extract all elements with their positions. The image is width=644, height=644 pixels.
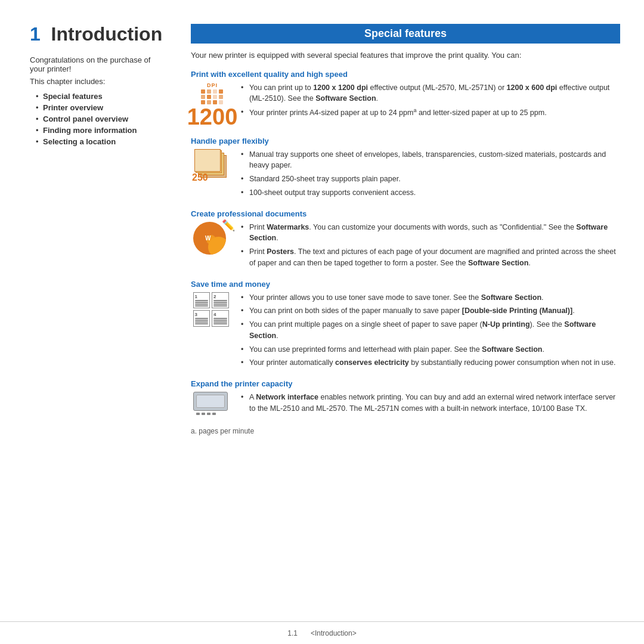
feature-professional-docs-title: Create professional documents (191, 209, 620, 218)
dpi-dot (201, 95, 205, 99)
footer-text: 1.1 <Introduction> (287, 629, 356, 637)
congratulations-text: Congratulations on the purchase of your … (30, 55, 167, 73)
feature-print-quality-title: Print with excellent quality and high sp… (191, 70, 620, 79)
section-title: Special features (364, 27, 447, 39)
mini-line (213, 304, 227, 305)
bullet-item-2-text: Printer overview (43, 103, 103, 112)
chapter-title: 1 Introduction (30, 24, 167, 45)
dpi-dots (201, 89, 224, 104)
port-1 (196, 413, 200, 415)
save-time-bullet-4: You can use preprinted forms and letterh… (241, 344, 620, 355)
mini-page-1: 1 (193, 292, 210, 309)
mini-page-3: 3 (193, 310, 210, 327)
dpi-dot (219, 95, 223, 99)
dpi-dot (219, 89, 223, 94)
mini-line (213, 323, 227, 324)
feature-professional-docs-text: Print Watermarks. You can customize your… (241, 222, 620, 271)
handle-paper-bullet-2: Standard 250-sheet tray supports plain p… (241, 174, 620, 185)
wm-pencil: ✏️ (222, 219, 235, 232)
feature-save-time-title: Save time and money (191, 280, 620, 289)
port-2 (202, 413, 205, 415)
feature-print-quality: Print with excellent quality and high sp… (191, 70, 620, 128)
mini-page-label-1: 1 (195, 294, 209, 299)
feature-handle-paper-text: Manual tray supports one sheet of envelo… (241, 149, 620, 201)
mini-page-label-4: 4 (213, 312, 227, 317)
footer-page-num: 1.1 (287, 629, 298, 637)
pages-grid-icon: 1 2 (191, 292, 234, 331)
dpi-dot (213, 100, 217, 104)
dpi-dot (213, 89, 217, 94)
right-column: Special features Your new printer is equ… (191, 24, 620, 609)
left-column: 1 Introduction Congratulations on the pu… (30, 24, 167, 609)
mini-page-4: 4 (212, 310, 229, 327)
bullet-item-4-text: Finding more information (43, 126, 137, 135)
feature-expand-capacity-text: A Network interface enables network prin… (241, 392, 620, 417)
bullet-item-5: Selecting a location (36, 137, 167, 146)
feature-save-time: Save time and money 1 (191, 280, 620, 371)
mini-line (195, 323, 209, 324)
watermark-icon: W ✏️ (191, 222, 234, 261)
pages-grid: 1 2 (193, 292, 229, 327)
print-quality-bullet-2: Your printer prints A4-sized paper at up… (241, 107, 620, 119)
main-content: 1 Introduction Congratulations on the pu… (0, 0, 644, 621)
mini-page-label-2: 2 (213, 294, 227, 299)
feature-handle-paper: Handle paper flexibly 250 (191, 137, 620, 201)
dpi-label: DPI (207, 82, 218, 88)
mini-line (195, 320, 209, 321)
mini-line (195, 318, 209, 319)
mini-line (195, 300, 209, 301)
handle-paper-bullet-3: 100-sheet output tray supports convenien… (241, 187, 620, 199)
handle-paper-bullet-1: Manual tray supports one sheet of envelo… (241, 149, 620, 172)
feature-expand-capacity-title: Expand the printer capacity (191, 379, 620, 388)
footnote: a. pages per minute (191, 427, 620, 435)
footer-chapter-label: <Introduction> (311, 629, 357, 637)
dpi-number: 1200 (187, 106, 238, 128)
bullet-item-3: Control panel overview (36, 114, 167, 123)
print-quality-bullet-1: You can print up to 1200 x 1200 dpi effe… (241, 82, 620, 105)
mini-line (213, 321, 227, 323)
dpi-dot (219, 100, 223, 104)
port-4 (212, 413, 216, 415)
chapter-number: 1 (30, 23, 41, 45)
mini-line (195, 305, 209, 306)
feature-professional-docs-body: W ✏️ Print Watermarks. You can customize… (191, 222, 620, 271)
page-wrapper: 1 Introduction Congratulations on the pu… (0, 0, 644, 644)
network-box-inner (196, 395, 225, 408)
mini-line (213, 305, 227, 306)
mini-page-2: 2 (212, 292, 229, 309)
feature-print-quality-body: DPI (191, 82, 620, 128)
bullet-item-1: Special features (36, 92, 167, 101)
professional-docs-bullet-2: Print Posters. The text and pictures of … (241, 246, 620, 269)
bullet-item-2: Printer overview (36, 103, 167, 112)
feature-handle-paper-title: Handle paper flexibly (191, 137, 620, 145)
dpi-dot (201, 89, 205, 94)
paper-sheet-4 (194, 149, 221, 172)
save-time-bullet-5: Your printer automatically conserves ele… (241, 357, 620, 369)
paper-stack-icon: 250 (191, 149, 234, 182)
dpi-dot (201, 100, 205, 104)
feature-save-time-text: Your printer allows you to use toner sav… (241, 292, 620, 371)
page-footer: 1.1 <Introduction> (0, 621, 644, 644)
feature-handle-paper-body: 250 Manual tray supports one sheet of en… (191, 149, 620, 201)
mini-page-label-3: 3 (195, 312, 209, 317)
mini-line (195, 321, 209, 323)
save-time-bullet-3: You can print multiple pages on a single… (241, 319, 620, 342)
network-ports (193, 413, 232, 415)
wm-circle: W (193, 222, 226, 255)
mini-line (213, 300, 227, 301)
dpi-icon: DPI (191, 82, 234, 128)
bullet-item-5-text: Selecting a location (43, 137, 116, 146)
feature-expand-capacity: Expand the printer capacity (191, 379, 620, 419)
bullet-item-4: Finding more information (36, 126, 167, 135)
section-header: Special features (191, 24, 620, 44)
mini-line (195, 304, 209, 305)
feature-expand-capacity-body: A Network interface enables network prin… (191, 392, 620, 419)
save-time-bullet-2: You can print on both sides of the paper… (241, 305, 620, 317)
bullet-item-1-text: Special features (43, 92, 103, 101)
port-3 (207, 413, 210, 415)
network-icon (191, 392, 234, 419)
dpi-dot (207, 89, 211, 94)
feature-save-time-body: 1 2 (191, 292, 620, 371)
save-time-bullet-1: Your printer allows you to use toner sav… (241, 292, 620, 304)
mini-line (213, 320, 227, 321)
